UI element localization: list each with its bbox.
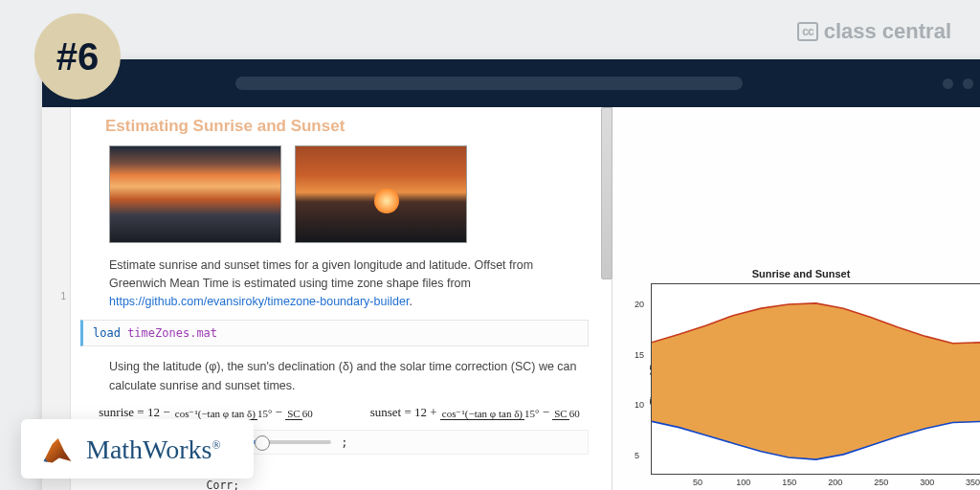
chart-title: Sunrise and Sunset bbox=[624, 268, 978, 279]
sunrise-formula: sunrise = 12 − cos⁻¹(−tan φ tan δ)15° − … bbox=[99, 405, 312, 420]
formula-row: sunrise = 12 − cos⁻¹(−tan φ tan δ)15° − … bbox=[80, 405, 598, 420]
description-text: Estimate sunrise and sunset times for a … bbox=[109, 256, 589, 310]
explanation-text: Using the latitude (φ), the sun's declin… bbox=[109, 358, 589, 395]
mathworks-name: MathWorks® bbox=[86, 434, 221, 465]
mathworks-badge: MathWorks® bbox=[21, 419, 254, 479]
chart-plot bbox=[652, 284, 980, 475]
sunset-image-1 bbox=[109, 145, 281, 243]
sunset-image-2 bbox=[295, 145, 467, 243]
code-cell-load[interactable]: load timeZones.mat bbox=[80, 320, 589, 346]
image-row bbox=[109, 145, 598, 243]
window-controls bbox=[943, 78, 980, 89]
chart-axes[interactable]: Time of Day 510152050100150200250300350 bbox=[651, 283, 980, 475]
chart-container: Sunrise and Sunset Time of Day 510152050… bbox=[624, 268, 978, 475]
cc-icon: cc bbox=[797, 22, 817, 41]
document-title: Estimating Sunrise and Sunset bbox=[105, 117, 598, 136]
class-central-logo: cc class central bbox=[797, 19, 951, 44]
rank-badge: #6 bbox=[34, 13, 121, 100]
url-bar[interactable] bbox=[235, 77, 743, 90]
mathworks-logo-icon bbox=[40, 435, 75, 464]
browser-chrome bbox=[42, 59, 980, 107]
output-pane: Sunrise and Sunset Time of Day 510152050… bbox=[612, 107, 980, 490]
sunset-formula: sunset = 12 + cos⁻¹(−tan φ tan δ)15° − S… bbox=[370, 405, 580, 420]
class-central-text: class central bbox=[824, 19, 951, 44]
repo-link[interactable]: https://github.com/evansiroky/timezone-b… bbox=[109, 295, 409, 308]
